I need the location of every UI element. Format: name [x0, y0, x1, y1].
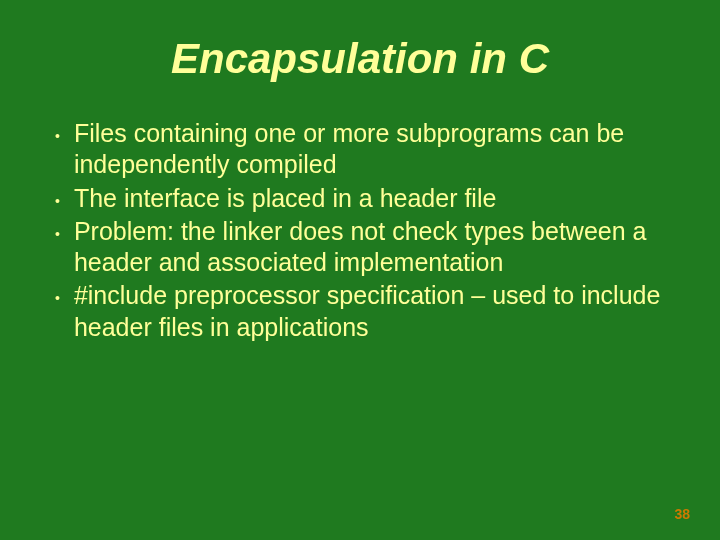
slide-title: Encapsulation in C	[40, 35, 680, 83]
page-number: 38	[674, 506, 690, 522]
bullet-icon: •	[55, 128, 60, 146]
bullet-icon: •	[55, 193, 60, 211]
list-item: • Files containing one or more subprogra…	[55, 118, 680, 181]
bullet-icon: •	[55, 290, 60, 308]
bullet-icon: •	[55, 226, 60, 244]
bullet-text: Files containing one or more subprograms…	[74, 118, 680, 181]
bullet-text: #include preprocessor specification – us…	[74, 280, 680, 343]
list-item: • Problem: the linker does not check typ…	[55, 216, 680, 279]
bullet-list: • Files containing one or more subprogra…	[40, 118, 680, 343]
bullet-text: Problem: the linker does not check types…	[74, 216, 680, 279]
slide-container: Encapsulation in C • Files containing on…	[0, 0, 720, 540]
list-item: • #include preprocessor specification – …	[55, 280, 680, 343]
list-item: • The interface is placed in a header fi…	[55, 183, 680, 214]
bullet-text: The interface is placed in a header file	[74, 183, 680, 214]
